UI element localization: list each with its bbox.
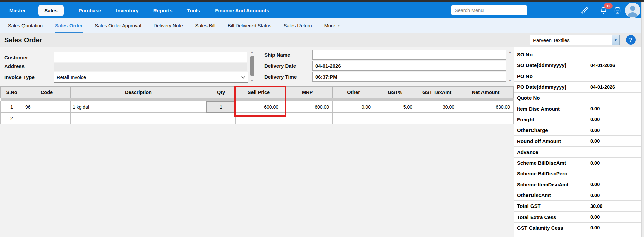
col-header-code[interactable]: Code [23, 87, 71, 98]
print-icon[interactable] [613, 6, 622, 15]
help-icon[interactable]: ? [626, 35, 636, 45]
tab-sales-order[interactable]: Sales Order [55, 18, 82, 33]
cell-sno[interactable]: 1 [1, 101, 23, 113]
summary-label: SO No [514, 49, 588, 60]
cell-other[interactable] [333, 113, 374, 124]
col-header-other[interactable]: Other [333, 87, 374, 98]
col-header-description[interactable]: Description [71, 87, 206, 98]
company-select-value: Parveen Textiles [530, 37, 612, 43]
cell-mrp[interactable]: 600.00 [282, 101, 333, 113]
left-form-scroll-down-icon[interactable]: ▼ [250, 79, 255, 82]
summary-value[interactable]: 0.00 [588, 212, 641, 222]
ship-name-input[interactable] [312, 50, 506, 60]
summary-row-so-date: SO Date[ddmmyyyy]04-01-2026 [514, 60, 641, 71]
tab-bill-delivered-status[interactable]: Bill Delivered Status [228, 18, 271, 33]
nav-sales[interactable]: Sales [38, 5, 63, 16]
nav-inventory[interactable]: Inventory [116, 8, 139, 13]
more-label: More [324, 23, 335, 28]
summary-value[interactable]: 0.00 [588, 136, 641, 146]
company-select-arrow-icon[interactable]: ▼ [612, 35, 619, 45]
cell-gst-taxamt[interactable] [416, 113, 458, 124]
cell-other[interactable]: 0.00 [333, 101, 374, 113]
cell-code[interactable] [23, 113, 71, 124]
col-header-gst-pct[interactable]: GST% [374, 87, 416, 98]
delivery-date-label: Delivery Date [264, 63, 296, 69]
cell-qty[interactable] [206, 113, 236, 124]
col-header-qty[interactable]: Qty [206, 87, 236, 98]
page-scrollbar[interactable] [641, 2, 644, 237]
cell-code[interactable]: 96 [23, 101, 71, 113]
cell-sno[interactable]: 2 [1, 113, 23, 124]
cell-sell-price[interactable]: 600.00 [236, 101, 282, 113]
cell-mrp[interactable] [282, 113, 333, 124]
summary-value[interactable]: 30.00 [588, 201, 641, 211]
company-select[interactable]: Parveen Textiles ▼ [530, 35, 620, 45]
nav-master[interactable]: Master [9, 8, 26, 13]
tab-more[interactable]: More▼ [324, 18, 340, 33]
cell-qty[interactable]: 1 [206, 101, 236, 113]
summary-value[interactable]: 0.00 [588, 190, 641, 200]
col-header-net-amount[interactable]: Net Amount [458, 87, 514, 98]
tab-delivery-note[interactable]: Delivery Note [153, 18, 183, 33]
col-header-mrp[interactable]: MRP [282, 87, 333, 98]
cell-gst-pct[interactable]: 5.00 [374, 101, 416, 113]
summary-value[interactable]: 04-01-2026 [588, 60, 641, 70]
cell-description[interactable] [71, 113, 206, 124]
theme-brush-icon[interactable] [581, 6, 590, 14]
summary-row-scheme-billdiscamt: Scheme BillDiscAmt0.00 [514, 158, 641, 168]
left-form-scroll-up-icon[interactable]: ▲ [250, 50, 255, 54]
summary-value[interactable]: 0.00 [588, 179, 641, 190]
address-label: Address [4, 63, 25, 69]
tab-sales-bill[interactable]: Sales Bill [195, 18, 215, 33]
col-header-sell-price[interactable]: Sell Price [236, 87, 282, 98]
cell-description[interactable]: 1 kg dal [71, 101, 206, 113]
user-avatar[interactable] [625, 3, 640, 18]
summary-value[interactable] [588, 147, 641, 157]
summary-value[interactable]: 0.00 [588, 103, 641, 114]
nav-finance-and-accounts[interactable]: Finance And Accounts [215, 8, 269, 13]
left-form-scrollbar[interactable] [250, 56, 254, 76]
summary-value[interactable]: 0.00 [588, 223, 641, 233]
summary-label: Quote No [514, 93, 588, 103]
customer-label: Customer [4, 55, 28, 60]
middle-form-scroll-down-icon[interactable]: ▼ [508, 79, 512, 82]
summary-label: OtherDiscAmt [514, 190, 588, 200]
invoice-type-select[interactable]: Retail Invoice [54, 72, 248, 83]
invoice-type-label: Invoice Type [4, 74, 35, 80]
col-header-gst-taxamt[interactable]: GST TaxAmt [416, 87, 458, 98]
summary-value[interactable]: 0.00 [588, 114, 641, 125]
nav-purchase[interactable]: Purchase [79, 8, 101, 13]
search-input[interactable] [451, 5, 527, 15]
delivery-time-input[interactable] [312, 72, 506, 82]
summary-value[interactable] [588, 71, 641, 81]
summary-row-scheme-billdiscperc: Scheme BillDiscPerc [514, 168, 641, 179]
nav-reports[interactable]: Reports [153, 8, 173, 13]
summary-value[interactable] [588, 49, 641, 60]
summary-row-so-no: SO No [514, 49, 641, 60]
cell-gst-pct[interactable] [374, 113, 416, 124]
invoice-type-value: Retail Invoice [54, 75, 239, 80]
customer-input[interactable] [54, 52, 247, 62]
tab-sales-return[interactable]: Sales Return [284, 18, 312, 33]
cell-sell-price[interactable] [236, 113, 282, 124]
summary-value[interactable] [588, 168, 641, 179]
summary-row-total-extra-cess: Total Extra Cess0.00 [514, 212, 641, 222]
summary-value[interactable]: 0.00 [588, 158, 641, 168]
cell-net-amount[interactable]: 630.00 [458, 101, 514, 113]
summary-value[interactable]: 04-01-2026 [588, 82, 641, 92]
cell-gst-taxamt[interactable]: 30.00 [416, 101, 458, 113]
col-header-sno[interactable]: S.No [1, 87, 23, 98]
chevron-down-icon: ▼ [337, 24, 340, 27]
delivery-date-input[interactable] [312, 61, 506, 71]
middle-form-scroll-up-icon[interactable]: ▲ [508, 50, 512, 54]
sales-order-page: Master Sales Purchase Inventory Reports … [0, 0, 644, 237]
tab-sales-quotation[interactable]: Sales Quotation [8, 18, 43, 33]
chevron-down-icon [239, 75, 248, 80]
summary-row-otherdiscamt: OtherDiscAmt0.00 [514, 190, 641, 201]
summary-value[interactable] [588, 93, 641, 103]
tab-sales-order-approval[interactable]: Sales Order Approval [95, 18, 141, 33]
summary-label: Item Disc Amount [514, 103, 588, 114]
summary-value[interactable]: 0.00 [588, 125, 641, 135]
nav-tools[interactable]: Tools [187, 8, 200, 13]
cell-net-amount[interactable] [458, 113, 514, 124]
